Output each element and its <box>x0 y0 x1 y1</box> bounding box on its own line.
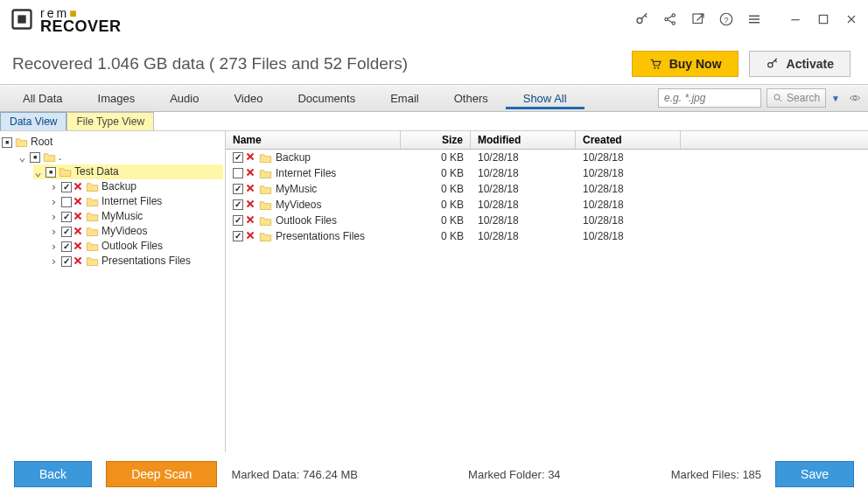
checkbox[interactable] <box>30 152 40 163</box>
folder-icon <box>86 196 99 207</box>
folder-icon <box>259 215 272 227</box>
marked-files: Marked Files: 185 <box>671 468 761 481</box>
filter-documents[interactable]: Documents <box>280 87 373 110</box>
caret-icon[interactable]: › <box>49 224 59 239</box>
cart-icon <box>648 57 662 71</box>
row-name: Presentations Files <box>276 228 365 244</box>
help-icon[interactable]: ? <box>718 11 734 27</box>
row-size: 0 KB <box>401 181 471 197</box>
filter-all-data[interactable]: All Data <box>5 87 80 110</box>
checkbox[interactable] <box>46 167 56 178</box>
search-input-container[interactable] <box>658 88 761 108</box>
table-row[interactable]: MyMusic0 KB10/28/1810/28/18 <box>226 181 868 197</box>
row-created: 10/28/18 <box>576 228 681 244</box>
deleted-icon <box>74 228 81 235</box>
tab-data-view[interactable]: Data View <box>0 112 66 130</box>
tree-root[interactable]: Root <box>2 135 223 150</box>
table-row[interactable]: Backup0 KB10/28/1810/28/18 <box>226 150 868 165</box>
marked-data-value: 746.24 MB <box>303 468 358 481</box>
tree-item[interactable]: ›MyVideos <box>49 224 223 239</box>
checkbox[interactable] <box>233 199 243 210</box>
search-button[interactable]: Search <box>766 88 826 108</box>
marked-folder-value: 34 <box>548 468 560 481</box>
folder-icon <box>86 255 99 267</box>
checkbox[interactable] <box>61 182 72 192</box>
key-icon[interactable] <box>634 11 650 27</box>
tree-item[interactable]: ›Backup <box>49 179 223 194</box>
maximize-icon[interactable] <box>816 11 831 27</box>
svg-rect-6 <box>693 14 703 24</box>
marked-files-label: Marked Files: <box>671 468 739 481</box>
share-icon[interactable] <box>662 11 678 27</box>
search-dropdown-icon[interactable]: ▼ <box>831 94 840 103</box>
tree-item[interactable]: ›Outlook Files <box>49 239 223 254</box>
tree-item[interactable]: ›Internet Files <box>49 194 223 209</box>
export-icon[interactable] <box>690 11 706 27</box>
col-size[interactable]: Size <box>401 131 471 149</box>
tab-file-type-view[interactable]: File Type View <box>66 112 154 130</box>
svg-point-12 <box>767 63 772 67</box>
checkbox[interactable] <box>233 184 243 194</box>
deleted-icon <box>247 233 254 240</box>
row-name: Backup <box>276 150 311 165</box>
close-icon[interactable] <box>844 11 859 27</box>
back-button[interactable]: Back <box>14 461 92 487</box>
save-button[interactable]: Save <box>775 461 854 487</box>
checkbox[interactable] <box>233 215 243 226</box>
svg-rect-1 <box>18 16 25 24</box>
filter-bar: All Data Images Audio Video Documents Em… <box>0 84 868 112</box>
checkbox[interactable] <box>233 152 243 163</box>
checkbox[interactable] <box>233 231 243 241</box>
col-modified[interactable]: Modified <box>471 131 576 149</box>
row-modified: 10/28/18 <box>471 150 576 165</box>
filter-show-all[interactable]: Show All <box>506 87 584 109</box>
caret-icon[interactable]: › <box>49 194 59 209</box>
checkbox[interactable] <box>233 168 243 178</box>
col-created[interactable]: Created <box>576 131 681 149</box>
buy-now-button[interactable]: Buy Now <box>632 51 738 77</box>
deep-scan-button[interactable]: Deep Scan <box>106 461 217 487</box>
app-logo: rem■ RECOVER <box>9 5 122 33</box>
caret-icon[interactable]: › <box>49 254 59 269</box>
menu-icon[interactable] <box>746 11 762 27</box>
tree-item-label: Backup <box>102 179 136 194</box>
minimize-icon[interactable] <box>788 11 803 27</box>
filter-audio[interactable]: Audio <box>152 87 216 110</box>
list-panel: Name Size Modified Created Backup0 KB10/… <box>226 131 868 452</box>
checkbox[interactable] <box>2 137 12 148</box>
checkbox[interactable] <box>61 241 72 252</box>
table-row[interactable]: Internet Files0 KB10/28/1810/28/18 <box>226 165 868 181</box>
deleted-icon <box>74 243 81 250</box>
tree-dot[interactable]: ⌄ . <box>18 150 223 164</box>
checkbox[interactable] <box>61 197 72 207</box>
preview-toggle-icon[interactable] <box>847 92 863 104</box>
svg-point-11 <box>657 67 659 69</box>
activate-button[interactable]: Activate <box>749 51 850 77</box>
search-label: Search <box>787 92 820 104</box>
tree-test-data[interactable]: ⌄ Test Data <box>33 164 223 179</box>
table-row[interactable]: Outlook Files0 KB10/28/1810/28/18 <box>226 213 868 228</box>
checkbox[interactable] <box>61 212 72 222</box>
caret-icon[interactable]: › <box>49 179 59 194</box>
caret-icon[interactable]: › <box>49 239 59 254</box>
caret-icon[interactable]: ⌄ <box>18 150 27 164</box>
checkbox[interactable] <box>61 256 72 267</box>
checkbox[interactable] <box>61 227 72 237</box>
table-row[interactable]: Presentations Files0 KB10/28/1810/28/18 <box>226 228 868 244</box>
row-created: 10/28/18 <box>576 213 681 228</box>
col-name[interactable]: Name <box>226 131 401 149</box>
search-input[interactable] <box>664 92 755 104</box>
filter-video[interactable]: Video <box>216 87 280 110</box>
svg-point-13 <box>774 94 780 100</box>
table-row[interactable]: MyVideos0 KB10/28/1810/28/18 <box>226 197 868 213</box>
row-size: 0 KB <box>401 213 471 228</box>
filter-images[interactable]: Images <box>80 87 153 110</box>
filter-email[interactable]: Email <box>373 87 437 110</box>
tree-item[interactable]: ›MyMusic <box>49 209 223 224</box>
caret-icon[interactable]: ⌄ <box>33 164 43 179</box>
filter-others[interactable]: Others <box>437 87 506 110</box>
tree-item[interactable]: ›Presentations Files <box>49 254 223 269</box>
deleted-icon <box>74 213 81 220</box>
caret-icon[interactable]: › <box>49 209 59 224</box>
svg-point-3 <box>665 18 668 21</box>
